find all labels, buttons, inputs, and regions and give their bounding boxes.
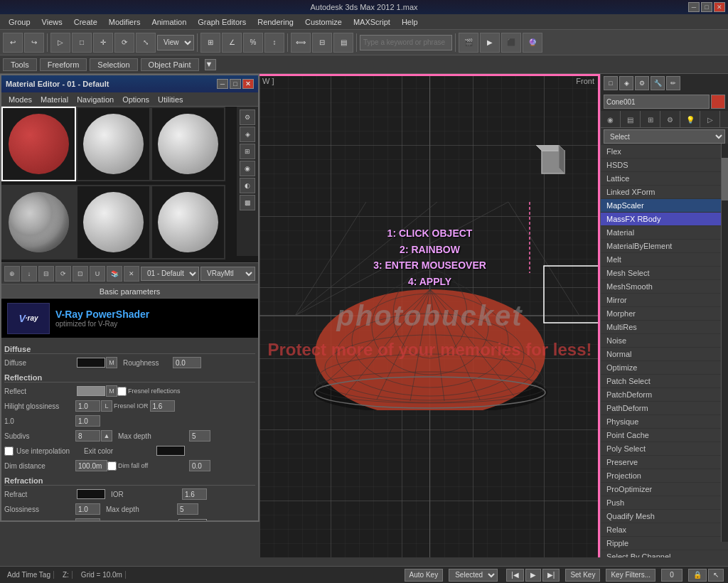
render-frame[interactable]: ⬛ (501, 33, 521, 53)
diffuse-swatch[interactable] (77, 358, 105, 368)
side-tool-4[interactable]: ◉ (240, 161, 255, 176)
rotate-button[interactable]: ⟳ (114, 33, 134, 53)
sample-slot-6[interactable] (151, 185, 225, 260)
side-tool-5[interactable]: ◐ (240, 178, 255, 193)
menu-views[interactable]: Views (36, 16, 68, 28)
reflect-swatch[interactable] (77, 386, 105, 396)
diffuse-map-btn[interactable]: M (106, 357, 117, 368)
me-shader-dropdown[interactable]: VRayMtl (200, 267, 255, 281)
sample-slot-5[interactable] (76, 185, 151, 260)
hilight-input[interactable] (75, 400, 100, 412)
spinner-snap[interactable]: ↕ (264, 33, 284, 53)
view-dropdown[interactable]: View (157, 35, 194, 50)
align-button[interactable]: ⊟ (312, 33, 332, 53)
modifier-list-item[interactable]: PathDeform (601, 402, 728, 415)
sb-set-key[interactable]: Set Key (565, 569, 600, 582)
sb-selected-dropdown[interactable]: Selected (449, 569, 498, 582)
fresnel-ior-input[interactable] (150, 400, 175, 412)
me-menu-utilities[interactable]: Utilities (154, 94, 187, 105)
sample-slot-3[interactable] (151, 107, 225, 181)
close-button[interactable]: ✕ (714, 2, 725, 12)
modifier-list-item[interactable]: Morpher (601, 307, 728, 321)
menu-maxscript[interactable]: MAXScript (348, 16, 396, 28)
subtab-object-paint[interactable]: Object Paint (141, 58, 199, 71)
modifier-list-item[interactable]: PatchDeform (601, 388, 728, 402)
sb-next-frame[interactable]: ▶| (542, 569, 560, 582)
menu-create[interactable]: Create (68, 16, 103, 28)
mp-color-swatch[interactable] (711, 95, 725, 109)
menu-graph-editors[interactable]: Graph Editors (192, 16, 252, 28)
mp-icon-5[interactable]: ✏ (666, 76, 680, 90)
me-tb-copy[interactable]: ⊡ (73, 266, 88, 282)
modifier-list-item[interactable]: Mesh Select (601, 267, 728, 280)
mp-icon-4[interactable]: 🔧 (651, 76, 665, 90)
me-menu-modes[interactable]: Modes (4, 94, 36, 105)
viewport-area[interactable]: Front W ] 1: CLICK OBJECT 2: RAINBOW 3: … (259, 74, 600, 557)
sample-slot-1[interactable] (1, 107, 76, 181)
mp-scrollbar-thumb[interactable] (722, 158, 728, 200)
ref-max-depth-input[interactable] (177, 503, 198, 515)
modifier-list-item[interactable]: Physique (601, 415, 728, 429)
menu-animation[interactable]: Animation (146, 16, 192, 28)
modifier-list-item[interactable]: MultiRes (601, 321, 728, 334)
me-tb-get-material[interactable]: ⊕ (4, 266, 20, 282)
select-region-button[interactable]: □ (72, 33, 92, 53)
sample-slot-4[interactable] (1, 185, 76, 260)
me-tb-assign[interactable]: ⊟ (38, 266, 54, 282)
me-close[interactable]: ✕ (242, 79, 254, 89)
modifier-list-item[interactable]: Preserve (601, 456, 728, 469)
mp-tab-5[interactable]: 💡 (680, 111, 700, 128)
mp-tab-6[interactable]: ▷ (700, 111, 720, 128)
subtab-freeform[interactable]: Freeform (40, 58, 87, 71)
undo-button[interactable]: ↩ (3, 33, 23, 53)
dim-dist-input[interactable] (75, 460, 107, 471)
modifier-list-item[interactable]: Optimize (601, 361, 728, 375)
dim-falloff-input[interactable] (189, 460, 210, 471)
sb-play[interactable]: ▶ (525, 569, 541, 582)
modifier-list-item[interactable]: Linked XForm (601, 186, 728, 199)
snap-toggle[interactable]: ⊞ (200, 33, 220, 53)
scale-button[interactable]: ⤡ (136, 33, 156, 53)
fresnel-checkbox[interactable] (117, 387, 127, 396)
search-input[interactable] (360, 35, 452, 50)
menu-modifiers[interactable]: Modifiers (103, 16, 146, 28)
sample-slot-2[interactable] (76, 107, 151, 181)
me-maximize[interactable]: □ (230, 79, 241, 89)
hilight-lock[interactable]: L (101, 400, 112, 412)
sb-key-filters[interactable]: Key Filters... (606, 569, 655, 582)
modifier-list-item[interactable]: HSDS (601, 159, 728, 172)
me-menu-material[interactable]: Material (36, 94, 73, 105)
modifier-list-item[interactable]: Projection (601, 469, 728, 483)
side-tool-3[interactable]: ⊞ (240, 144, 255, 159)
sb-add-time-tag[interactable]: Add Time Tag (4, 571, 54, 579)
modifier-list-item[interactable]: ProOptimizer (601, 483, 728, 496)
mp-name-input[interactable] (604, 95, 710, 109)
me-tb-put-lib[interactable]: 📚 (107, 266, 122, 282)
angle-snap[interactable]: ∠ (222, 33, 242, 53)
sb-lock-icon[interactable]: 🔒 (688, 569, 707, 582)
mp-tab-4[interactable]: ⚙ (660, 111, 680, 128)
exit-color2-swatch[interactable] (178, 519, 207, 520)
modifier-list-item[interactable]: Material (601, 226, 728, 240)
use-interp-checkbox[interactable] (4, 446, 14, 456)
subtab-tools[interactable]: Tools (3, 58, 37, 71)
me-tb-unique[interactable]: U (90, 266, 105, 282)
me-tb-put-material[interactable]: ↓ (21, 266, 37, 282)
modifier-list-item[interactable]: Noise (601, 334, 728, 348)
dim-dist-checkbox[interactable] (107, 461, 117, 471)
sb-cursor-icon[interactable]: ↖ (708, 569, 724, 582)
quick-render[interactable]: ▶ (480, 33, 500, 53)
mp-icon-2[interactable]: ◈ (619, 76, 633, 90)
modifier-list-item[interactable]: Quadify Mesh (601, 510, 728, 523)
subtab-selection[interactable]: Selection (90, 58, 137, 71)
roughness-input[interactable] (173, 357, 201, 368)
modifier-list-item[interactable]: MeshSmooth (601, 280, 728, 294)
me-tb-reset[interactable]: ⟳ (55, 266, 71, 282)
modifier-list-item[interactable]: Select By Channel (601, 550, 728, 557)
modifier-list-item[interactable]: MassFX RBody (601, 213, 728, 226)
me-menu-navigation[interactable]: Navigation (73, 94, 118, 105)
modifier-list-item[interactable]: Normal (601, 348, 728, 361)
gloss-input[interactable] (75, 503, 100, 515)
subdivs-up[interactable]: ▲ (101, 430, 112, 442)
subtoolbar-expand[interactable]: ▼ (205, 59, 216, 70)
